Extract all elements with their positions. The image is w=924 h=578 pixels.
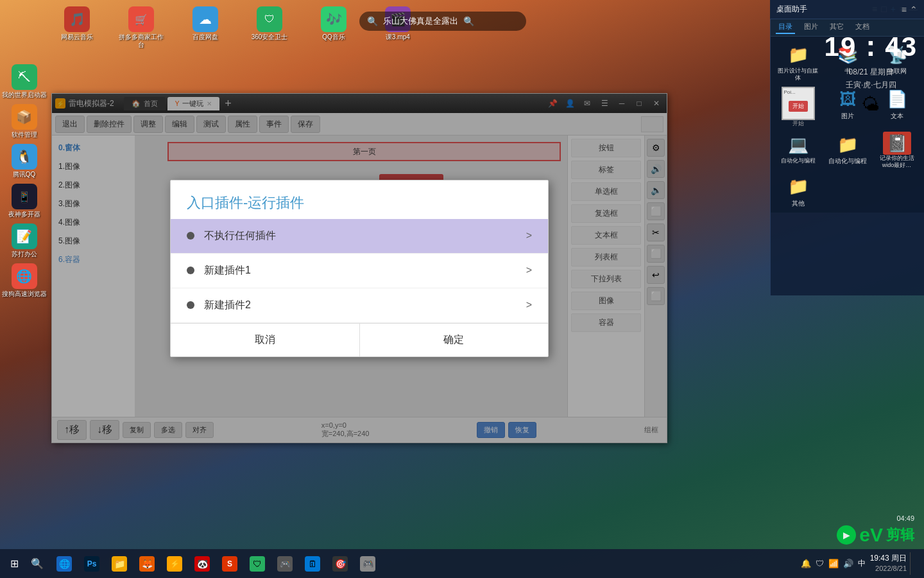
desktop-left-icons: ⛏ 我的世界启动器 📦 软件管理 🐧 腾讯QQ 📱 夜神多开器 📝 苏打办公 🌐… [0,0,48,482]
desktop-icon-qqmusic[interactable]: 🎶 QQ音乐 [311,6,356,49]
dialog-item-dot-1 [187,232,194,240]
taskbar-item-shield[interactable]: 🛡 [244,552,270,575]
dialog-header: 入口插件-运行插件 [171,180,548,219]
search-icon: 🔍 [367,16,378,26]
taskbar-item-firefox[interactable]: 🦊 [134,552,160,575]
desktop-icon-suda[interactable]: 📝 苏打办公 [2,223,47,258]
dialog-item-arrow-2: > [526,265,532,276]
desktop-icon-yeshen[interactable]: 📱 夜神多开器 [2,184,47,218]
dialog-item-dot-2 [187,267,194,274]
dialog-item-arrow-3: > [526,299,532,311]
folder-tab-catalog[interactable]: 目录 [776,21,795,34]
taskbar-item-ie[interactable]: 🌐 [51,552,77,575]
desktop-icon-baidu[interactable]: ☁ 百度网盘 [183,6,228,49]
taskbar-date: 2022/8/21 [870,564,907,574]
taskbar-clock[interactable]: 19:43 周日 2022/8/21 [870,553,907,574]
dialog-confirm-btn[interactable]: 确定 [359,324,549,356]
ev-brand-text: eV [859,524,883,546]
taskbar-start-button[interactable]: ⊞ [3,552,26,575]
tray-notification-icon[interactable]: 🔔 [800,557,812,570]
dialog-item-label-2: 新建插件1 [204,264,526,277]
taskbar-item-folder[interactable]: 📁 [107,552,132,575]
taskbar-item-calendar[interactable]: 🗓 [300,552,325,575]
assistant-header-controls: ≡ ⌃ [902,4,918,15]
ev-watermark: 04:49 ▶ eV 剪辑 [837,524,914,546]
dialog-item-dot-3 [187,301,194,309]
dialog-item-plugin2[interactable]: 新建插件2 > [171,288,548,323]
desktop: 🎵 网易云音乐 🛒 拼多多商家工作台 ☁ 百度网盘 🛡 360安全卫士 🎶 QQ… [0,0,924,578]
assistant-header: 桌面助手 ≡ ⌃ [770,0,924,19]
taskbar-item-s[interactable]: S [217,552,243,575]
dialog-footer: 取消 确定 [171,323,548,356]
header-search-bar[interactable]: 🔍 乐山大佛真是全露出 🔍 [359,12,526,31]
desktop-icon-sogou[interactable]: 🌐 搜狗高速浏览器 [2,263,47,298]
desktop-icon-pinduoduo[interactable]: 🛒 拼多多商家工作台 [119,6,164,49]
desktop-icon-softmgr[interactable]: 📦 软件管理 [2,104,47,139]
dialog-item-plugin1[interactable]: 新建插件1 > [171,254,548,288]
assistant-title: 桌面助手 [776,4,807,15]
desktop-icon-minecraft[interactable]: ⛏ 我的世界启动器 [2,64,47,99]
search-text: 乐山大佛真是全露出 [383,15,458,27]
taskbar-item-game[interactable]: 🎮 [272,552,298,575]
taskbar-time: 19:43 周日 [870,553,907,564]
desktop-icon-360[interactable]: 🛡 360安全卫士 [247,6,292,49]
ev-label: 剪辑 [886,525,914,545]
dialog-item-label-1: 不执行任何插件 [204,229,526,243]
dialog-item-label-3: 新建插件2 [204,299,526,312]
taskbar: ⊞ 🔍 🌐 Ps 📁 🦊 ⚡ 🐼 [0,549,924,578]
plugin-dialog: 入口插件-运行插件 不执行任何插件 > 新建插件1 > [170,180,549,357]
assistant-menu-icon[interactable]: ≡ [902,4,907,15]
folder-item-project[interactable]: 📁 自动化与编程 [825,132,869,169]
dialog-item-no-plugin[interactable]: 不执行任何插件 > [171,219,548,254]
taskbar-item-misc[interactable]: 🎮 [355,552,381,575]
dialog-item-arrow-1: > [526,230,532,241]
folder-item-other[interactable]: 📁 其他 [776,174,820,207]
dialog-body: 不执行任何插件 > 新建插件1 > 新建插件2 > [171,219,548,323]
ev-time: 04:49 [896,514,914,522]
tray-network-icon[interactable]: 📶 [827,557,840,570]
dialog-cancel-btn[interactable]: 取消 [171,324,359,356]
folder-item-start[interactable]: Poi... 开始 开始 [776,87,820,127]
weather-icon: 🌤 [862,94,880,115]
desktop-icon-qq[interactable]: 🐧 腾讯QQ [2,144,47,179]
assistant-expand-icon[interactable]: ⌃ [910,4,918,15]
dialog-overlay[interactable]: 入口插件-运行插件 不执行任何插件 > 新建插件1 > [52,94,667,442]
ev-play-icon: ▶ [837,525,856,545]
taskbar-tray-icons: 🔔 🛡 📶 🔊 中 [800,557,867,570]
taskbar-system-tray: 🔔 🛡 📶 🔊 中 19:43 周日 2022/8/21 [800,552,921,575]
show-desktop-btn[interactable] [910,552,918,575]
app-window: ⚡ 雷电模拟器-2 🏠 首页 Y 一键玩 ✕ + 📌 👤 ✉ ☰ ─ [51,93,667,443]
taskbar-items: 🌐 Ps 📁 🦊 ⚡ 🐼 S 🛡 🎮 [48,552,800,575]
search-submit-icon[interactable]: 🔍 [463,16,474,26]
desktop-icon-netease[interactable]: 🎵 网易云音乐 [55,6,99,49]
folder-tab-images[interactable]: 图片 [801,21,821,34]
dialog-title: 入口插件-运行插件 [187,193,532,213]
tray-ime-icon[interactable]: 中 [857,557,867,570]
tray-shield-icon[interactable]: 🛡 [814,557,825,570]
folder-item-automation[interactable]: 💻 自动化与编程 [776,132,820,169]
clock-widget: 19：43 08/21 星期日 壬寅·虎·七月四 🌤 [825,29,918,115]
tray-sound-icon[interactable]: 🔊 [842,557,855,570]
taskbar-item-photoshop[interactable]: Ps [79,552,105,575]
folder-item-record[interactable]: 📓 记录你的生活 wido最好… [875,132,919,169]
taskbar-search-button[interactable]: 🔍 [26,552,48,575]
taskbar-item-leidian[interactable]: ⚡ [162,552,187,575]
taskbar-item-sogou2[interactable]: 🐼 [189,552,215,575]
taskbar-item-game2[interactable]: 🎯 [327,552,353,575]
folder-item-design[interactable]: 📁 图片设计与自媒体 [776,42,820,82]
